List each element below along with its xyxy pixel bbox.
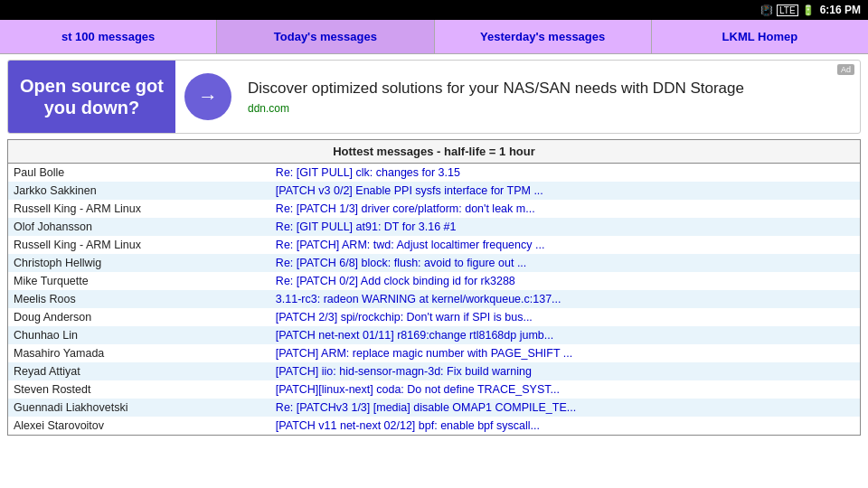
message-sender: Doug Anderson: [8, 308, 270, 326]
message-link[interactable]: 3.11-rc3: radeon WARNING at kernel/workq…: [276, 293, 561, 305]
message-subject[interactable]: Re: [PATCHv3 1/3] [media] disable OMAP1 …: [270, 399, 860, 417]
message-subject[interactable]: [PATCH v11 net-next 02/12] bpf: enable b…: [270, 417, 860, 435]
message-link[interactable]: [PATCH 2/3] spi/rockchip: Don't warn if …: [276, 311, 533, 324]
message-sender: Russell King - ARM Linux: [8, 200, 270, 218]
tab-yesterday[interactable]: Yesterday's messages: [435, 20, 652, 53]
table-row: Alexei Starovoitov[PATCH v11 net-next 02…: [8, 417, 860, 435]
message-link[interactable]: Re: [GIT PULL] at91: DT for 3.16 #1: [276, 221, 457, 233]
message-sender: Olof Johansson: [8, 218, 270, 236]
table-row: Masahiro Yamada[PATCH] ARM: replace magi…: [8, 344, 860, 362]
table-row: Paul BolleRe: [GIT PULL] clk: changes fo…: [8, 164, 860, 182]
status-time: 6:16 PM: [820, 4, 861, 16]
ad-right: Discover optimized solutions for your NA…: [241, 71, 860, 122]
table-row: Doug Anderson[PATCH 2/3] spi/rockchip: D…: [8, 308, 860, 326]
ad-domain: ddn.com: [248, 102, 853, 115]
message-sender: Mike Turquette: [8, 272, 270, 290]
message-sender: Alexei Starovoitov: [8, 417, 270, 435]
tab-today[interactable]: Today's messages: [217, 20, 434, 53]
table-row: Jarkko Sakkinen[PATCH v3 0/2] Enable PPI…: [8, 182, 860, 200]
message-subject[interactable]: Re: [PATCH 1/3] driver core/platform: do…: [270, 200, 860, 218]
message-link[interactable]: [PATCH v11 net-next 02/12] bpf: enable b…: [276, 419, 540, 432]
message-sender: Guennadi Liakhovetski: [8, 399, 270, 417]
message-link[interactable]: Re: [GIT PULL] clk: changes for 3.15: [276, 166, 460, 179]
message-subject[interactable]: Re: [GIT PULL] clk: changes for 3.15: [270, 164, 860, 182]
table-row: Chunhao Lin[PATCH net-next 01/11] r8169:…: [8, 326, 860, 344]
message-sender: Meelis Roos: [8, 290, 270, 308]
ad-arrow-icon: →: [184, 73, 231, 120]
message-subject[interactable]: [PATCH 2/3] spi/rockchip: Don't warn if …: [270, 308, 860, 326]
table-row: Russell King - ARM LinuxRe: [PATCH 1/3] …: [8, 200, 860, 218]
message-subject[interactable]: Re: [PATCH] ARM: twd: Adjust localtimer …: [270, 236, 860, 254]
message-link[interactable]: [PATCH][linux-next] coda: Do not define …: [276, 383, 560, 396]
status-icons: 📳 LTE 🔋: [760, 5, 815, 16]
battery-icon: 🔋: [802, 5, 815, 16]
table-row: Meelis Roos3.11-rc3: radeon WARNING at k…: [8, 290, 860, 308]
tab-lkml-home[interactable]: LKML Homep: [652, 20, 868, 53]
table-row: Mike TurquetteRe: [PATCH 0/2] Add clock …: [8, 272, 860, 290]
message-sender: Steven Rostedt: [8, 380, 270, 399]
message-sender: Reyad Attiyat: [8, 362, 270, 380]
message-link[interactable]: Re: [PATCH 1/3] driver core/platform: do…: [276, 202, 535, 215]
status-bar: 📳 LTE 🔋 6:16 PM: [0, 0, 868, 20]
table-row: Russell King - ARM LinuxRe: [PATCH] ARM:…: [8, 236, 860, 254]
message-subject[interactable]: [PATCH v3 0/2] Enable PPI sysfs interfac…: [270, 182, 860, 200]
ad-left-text: Open source got you down?: [8, 61, 175, 133]
vibrate-icon: 📳: [760, 5, 773, 16]
ad-badge: Ad: [837, 64, 854, 75]
message-subject[interactable]: [PATCH][linux-next] coda: Do not define …: [270, 380, 860, 399]
message-sender: Masahiro Yamada: [8, 344, 270, 362]
message-link[interactable]: Re: [PATCH 0/2] Add clock binding id for…: [276, 275, 515, 287]
table-row: Steven Rostedt[PATCH][linux-next] coda: …: [8, 380, 860, 399]
lte-icon: LTE: [777, 5, 798, 16]
message-sender: Jarkko Sakkinen: [8, 182, 270, 200]
message-subject[interactable]: 3.11-rc3: radeon WARNING at kernel/workq…: [270, 290, 860, 308]
table-row: Olof JohanssonRe: [GIT PULL] at91: DT fo…: [8, 218, 860, 236]
message-link[interactable]: [PATCH v3 0/2] Enable PPI sysfs interfac…: [276, 184, 543, 197]
message-sender: Russell King - ARM Linux: [8, 236, 270, 254]
message-subject[interactable]: Re: [PATCH 0/2] Add clock binding id for…: [270, 272, 860, 290]
message-link[interactable]: [PATCH net-next 01/11] r8169:change rtl8…: [276, 329, 553, 342]
messages-table: Paul BolleRe: [GIT PULL] clk: changes fo…: [8, 164, 860, 435]
table-row: Guennadi LiakhovetskiRe: [PATCHv3 1/3] […: [8, 399, 860, 417]
table-row: Reyad Attiyat[PATCH] iio: hid-sensor-mag…: [8, 362, 860, 380]
ad-banner[interactable]: Open source got you down? → Discover opt…: [7, 60, 861, 134]
message-link[interactable]: [PATCH] ARM: replace magic number with P…: [276, 347, 572, 360]
message-link[interactable]: [PATCH] iio: hid-sensor-magn-3d: Fix bui…: [276, 365, 532, 378]
message-link[interactable]: Re: [PATCH 6/8] block: flush: avoid to f…: [276, 257, 526, 269]
message-subject[interactable]: [PATCH net-next 01/11] r8169:change rtl8…: [270, 326, 860, 344]
message-sender: Chunhao Lin: [8, 326, 270, 344]
message-sender: Christoph Hellwig: [8, 254, 270, 272]
message-subject[interactable]: Re: [PATCH 6/8] block: flush: avoid to f…: [270, 254, 860, 272]
message-link[interactable]: Re: [PATCHv3 1/3] [media] disable OMAP1 …: [276, 401, 576, 414]
tab-last100[interactable]: st 100 messages: [0, 20, 217, 53]
nav-tabs: st 100 messages Today's messages Yesterd…: [0, 20, 868, 54]
messages-container: Hottest messages - half-life = 1 hour Pa…: [7, 139, 861, 436]
message-sender: Paul Bolle: [8, 164, 270, 182]
message-link[interactable]: Re: [PATCH] ARM: twd: Adjust localtimer …: [276, 239, 545, 251]
message-subject[interactable]: [PATCH] iio: hid-sensor-magn-3d: Fix bui…: [270, 362, 860, 380]
table-row: Christoph HellwigRe: [PATCH 6/8] block: …: [8, 254, 860, 272]
ad-title: Discover optimized solutions for your NA…: [248, 79, 853, 99]
message-subject[interactable]: Re: [GIT PULL] at91: DT for 3.16 #1: [270, 218, 860, 236]
messages-header: Hottest messages - half-life = 1 hour: [8, 140, 860, 164]
message-subject[interactable]: [PATCH] ARM: replace magic number with P…: [270, 344, 860, 362]
